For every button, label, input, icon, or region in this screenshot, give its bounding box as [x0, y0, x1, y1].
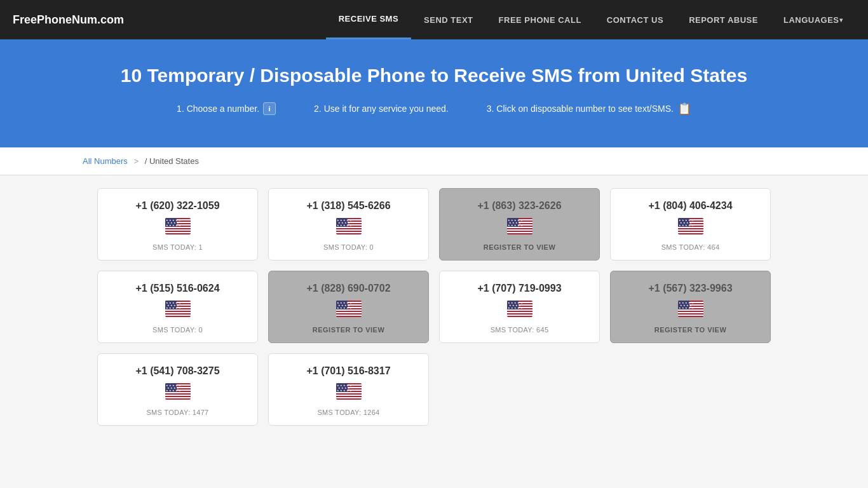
svg-rect-63 — [678, 233, 703, 234]
svg-rect-41 — [507, 227, 532, 228]
nav-link-report-abuse[interactable]: REPORT ABUSE — [676, 0, 771, 39]
svg-text:★ ★ ★ ★ ★: ★ ★ ★ ★ ★ — [508, 306, 523, 309]
svg-rect-145 — [165, 395, 191, 396]
svg-rect-95 — [336, 313, 362, 315]
svg-rect-24 — [336, 227, 362, 228]
hero-step-2: 2. Use it for any service you need. — [314, 102, 449, 116]
svg-rect-27 — [336, 231, 362, 232]
breadcrumb: All Numbers > / United States — [83, 156, 785, 166]
svg-rect-144 — [165, 393, 191, 395]
phone-card[interactable]: +1 (318) 545-6266 ★ ★ ★ ★ ★ ★ ★ ★ ★ ★ ★ … — [268, 188, 429, 261]
svg-rect-113 — [507, 315, 532, 316]
svg-rect-59 — [678, 228, 703, 229]
nav-link-send-text[interactable]: SEND TEXT — [411, 0, 485, 39]
svg-text:★ ★ ★ ★ ★: ★ ★ ★ ★ ★ — [679, 306, 694, 309]
info-icon: i — [263, 102, 276, 115]
sms-count: SMS TODAY: 1264 — [275, 409, 422, 416]
phone-number: +1 (318) 545-6266 — [275, 200, 422, 212]
clipboard-icon: 📋 — [677, 102, 691, 116]
nav-link-languages[interactable]: LANGUAGES — [771, 0, 855, 39]
svg-rect-92 — [336, 309, 362, 311]
us-flag-icon: ★ ★ ★ ★ ★ ★ ★ ★ ★ ★ ★ ★ ★ ★ — [678, 301, 703, 317]
svg-rect-112 — [507, 313, 532, 315]
svg-rect-45 — [507, 232, 532, 233]
svg-rect-75 — [165, 309, 191, 311]
phone-card[interactable]: +1 (707) 719-0993 ★ ★ ★ ★ ★ ★ ★ ★ ★ ★ ★ … — [439, 271, 600, 343]
svg-rect-42 — [507, 228, 532, 229]
phone-number: +1 (828) 690-0702 — [275, 283, 422, 294]
phone-number: +1 (701) 516-8317 — [275, 365, 422, 377]
svg-text:★ ★ ★ ★ ★: ★ ★ ★ ★ ★ — [508, 224, 523, 227]
svg-rect-25 — [336, 228, 362, 229]
svg-rect-7 — [165, 227, 191, 228]
phone-number: +1 (707) 719-0993 — [446, 283, 593, 294]
phone-number: +1 (620) 322-1059 — [104, 200, 251, 212]
phone-card[interactable]: +1 (541) 708-3275 ★ ★ ★ ★ ★ ★ ★ ★ ★ ★ ★ … — [97, 353, 258, 426]
main-content: +1 (620) 322-1059 ★ ★ ★ ★ ★ ★ ★ ★ ★ ★ ★ … — [85, 175, 783, 451]
phone-grid: +1 (620) 322-1059 ★ ★ ★ ★ ★ ★ ★ ★ ★ ★ ★ … — [97, 188, 771, 426]
hero-title: 10 Temporary / Disposable Phone to Recei… — [13, 65, 855, 86]
us-flag-icon: ★ ★ ★ ★ ★ ★ ★ ★ ★ ★ ★ ★ ★ ★ — [165, 218, 191, 234]
us-flag-icon: ★ ★ ★ ★ ★ ★ ★ ★ ★ ★ ★ ★ ★ ★ — [336, 301, 362, 317]
svg-text:★ ★ ★ ★ ★: ★ ★ ★ ★ ★ — [337, 389, 352, 392]
phone-card[interactable]: +1 (804) 406-4234 ★ ★ ★ ★ ★ ★ ★ ★ ★ ★ ★ … — [610, 188, 771, 261]
sms-count: SMS TODAY: 0 — [275, 243, 422, 251]
brand-logo[interactable]: FreePhoneNum.com — [13, 13, 124, 27]
nav-link-contact-us[interactable]: CONTACT US — [594, 0, 676, 39]
register-label: REGISTER TO VIEW — [446, 243, 593, 251]
svg-rect-164 — [336, 397, 362, 398]
svg-rect-58 — [678, 227, 703, 228]
svg-rect-28 — [336, 232, 362, 233]
svg-rect-9 — [165, 229, 191, 231]
svg-rect-11 — [165, 232, 191, 233]
phone-card[interactable]: +1 (515) 516-0624 ★ ★ ★ ★ ★ ★ ★ ★ ★ ★ ★ … — [97, 271, 258, 343]
nav-link-free-phone-call[interactable]: FREE PHONE CALL — [486, 0, 594, 39]
breadcrumb-all-numbers[interactable]: All Numbers — [83, 156, 128, 166]
phone-number: +1 (541) 708-3275 — [104, 365, 251, 377]
svg-rect-114 — [507, 316, 532, 317]
navbar: FreePhoneNum.com RECEIVE SMSSEND TEXTFRE… — [0, 0, 868, 39]
phone-number: +1 (515) 516-0624 — [104, 283, 251, 294]
register-label: REGISTER TO VIEW — [617, 326, 764, 334]
breadcrumb-section: All Numbers > / United States — [0, 147, 868, 175]
hero-step-1: 1. Choose a number. i — [177, 102, 276, 116]
svg-rect-109 — [507, 309, 532, 311]
svg-rect-93 — [336, 311, 362, 312]
svg-rect-163 — [336, 396, 362, 397]
step-1-text: 1. Choose a number. — [177, 104, 259, 114]
sms-count: SMS TODAY: 0 — [104, 326, 251, 334]
svg-rect-131 — [678, 316, 703, 317]
svg-rect-80 — [165, 316, 191, 317]
svg-rect-110 — [507, 311, 532, 312]
svg-rect-77 — [165, 312, 191, 313]
svg-rect-146 — [165, 396, 191, 397]
svg-text:★ ★ ★ ★ ★: ★ ★ ★ ★ ★ — [166, 306, 181, 309]
svg-rect-160 — [336, 392, 362, 393]
us-flag-icon: ★ ★ ★ ★ ★ ★ ★ ★ ★ ★ ★ ★ ★ ★ — [165, 301, 191, 317]
sms-count: SMS TODAY: 1477 — [104, 409, 251, 416]
svg-rect-60 — [678, 229, 703, 231]
hero-steps: 1. Choose a number. i 2. Use it for any … — [13, 102, 855, 116]
svg-rect-78 — [165, 313, 191, 315]
sms-count: SMS TODAY: 645 — [446, 326, 593, 334]
phone-card: +1 (567) 323-9963 ★ ★ ★ ★ ★ ★ ★ ★ ★ ★ ★ … — [610, 271, 771, 343]
sms-count: SMS TODAY: 1 — [104, 243, 251, 251]
svg-rect-130 — [678, 315, 703, 316]
nav-link-receive-sms[interactable]: RECEIVE SMS — [326, 0, 411, 39]
phone-card: +1 (863) 323-2626 ★ ★ ★ ★ ★ ★ ★ ★ ★ ★ ★ … — [439, 188, 600, 261]
svg-text:★ ★ ★ ★ ★: ★ ★ ★ ★ ★ — [337, 306, 352, 309]
svg-rect-26 — [336, 229, 362, 231]
us-flag-icon: ★ ★ ★ ★ ★ ★ ★ ★ ★ ★ ★ ★ ★ ★ — [336, 218, 362, 234]
hero-step-3: 3. Click on disposable number to see tex… — [487, 102, 691, 116]
us-flag-icon: ★ ★ ★ ★ ★ ★ ★ ★ ★ ★ ★ ★ ★ ★ — [678, 218, 703, 234]
svg-text:★ ★ ★ ★ ★: ★ ★ ★ ★ ★ — [679, 224, 694, 227]
svg-rect-46 — [507, 233, 532, 234]
phone-card[interactable]: +1 (701) 516-8317 ★ ★ ★ ★ ★ ★ ★ ★ ★ ★ ★ … — [268, 353, 429, 426]
hero-section: 10 Temporary / Disposable Phone to Recei… — [0, 39, 868, 147]
svg-rect-111 — [507, 312, 532, 313]
svg-rect-94 — [336, 312, 362, 313]
phone-card[interactable]: +1 (620) 322-1059 ★ ★ ★ ★ ★ ★ ★ ★ ★ ★ ★ … — [97, 188, 258, 261]
us-flag-icon: ★ ★ ★ ★ ★ ★ ★ ★ ★ ★ ★ ★ ★ ★ — [507, 301, 532, 317]
svg-rect-97 — [336, 316, 362, 317]
step-3-text: 3. Click on disposable number to see tex… — [487, 104, 674, 114]
